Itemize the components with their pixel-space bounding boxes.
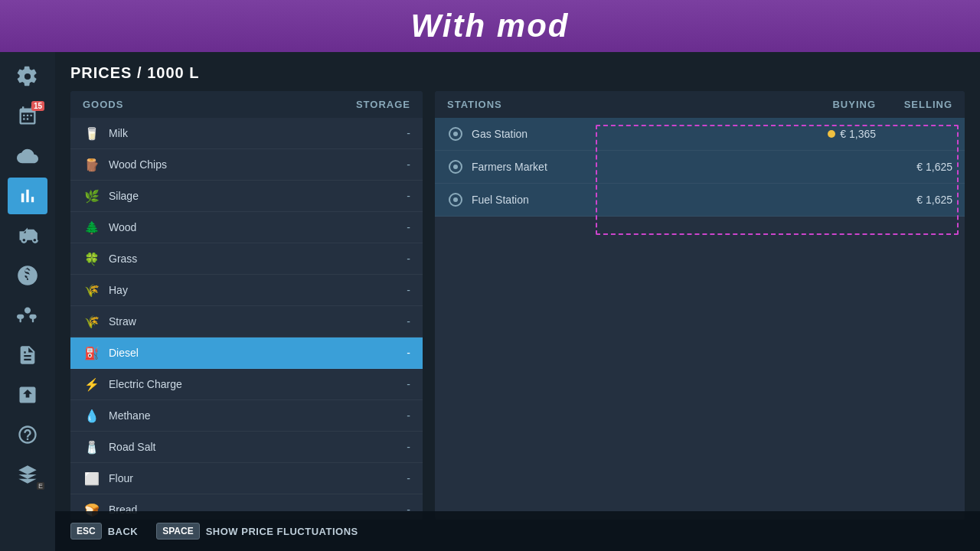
goods-storage: - [407,472,410,484]
goods-row[interactable]: 🍀Grass- [70,243,423,275]
sidebar-item-stats[interactable] [8,178,47,214]
goods-row[interactable]: ⛽Diesel- [70,337,423,369]
goods-panel-header: GOODS STORAGE [70,91,423,118]
goods-row[interactable]: 🪵Wood Chips- [70,149,423,181]
svg-point-5 [453,197,458,202]
goods-row[interactable]: 🌾Hay- [70,275,423,306]
goods-storage: - [407,158,410,171]
goods-storage: - [407,190,410,202]
goods-storage: - [407,253,410,265]
goods-name: Flour [109,472,407,484]
diesel-icon: ⛽ [83,344,101,362]
svg-point-3 [453,165,458,169]
price-indicator-dot [828,130,835,138]
sidebar-item-mods[interactable]: E [8,456,47,493]
goods-row[interactable]: ⬜Flour- [70,463,423,494]
fuel-station-svg-icon [449,193,462,207]
farmers-market-svg-icon [449,160,462,174]
goods-row[interactable]: 🥛Milk- [70,118,423,149]
back-label: BACK [108,526,139,537]
goods-name: Wood Chips [109,158,407,171]
goods-col-header: GOODS [83,99,356,110]
goods-storage: - [407,221,410,233]
goods-row[interactable]: 🌲Wood- [70,212,423,243]
sidebar-item-finances[interactable] [8,257,47,294]
wood-chips-icon: 🪵 [83,155,101,174]
stations-panel: STATIONS BUYING SELLING Gas Station€ 1,3… [435,91,965,520]
goods-name: Diesel [109,347,407,359]
cloud-icon [17,145,38,167]
calendar-badge: 15 [31,101,44,111]
station-name: Gas Station [472,128,769,140]
goods-name: Straw [109,315,407,328]
goods-storage: - [407,409,410,422]
stations-panel-header: STATIONS BUYING SELLING [435,91,965,118]
goods-row[interactable]: ⚡Electric Charge- [70,369,423,400]
fluctuations-label: SHOW PRICE FLUCTUATIONS [206,526,358,537]
grass-icon: 🍀 [83,249,101,268]
mods-icon [17,464,38,485]
goods-row[interactable]: 💧Methane- [70,400,423,432]
esc-key[interactable]: ESC [70,523,102,540]
goods-name: Road Salt [109,441,407,453]
goods-name: Milk [109,127,407,139]
storage-col-header: STORAGE [356,99,410,110]
road-salt-icon: 🧂 [83,438,101,456]
gas-station-icon [447,126,464,142]
gas-station-svg-icon [449,127,462,141]
flour-icon: ⬜ [83,469,101,487]
space-key[interactable]: SPACE [156,523,199,540]
bottom-bar: ESC BACK SPACE SHOW PRICE FLUCTUATIONS [55,511,980,551]
goods-name: Wood [109,221,407,233]
sidebar-item-calendar[interactable]: 15 [8,98,47,135]
sidebar: 15 [0,52,55,551]
top-banner: With mod [0,0,980,52]
buying-value: € 1,365 [840,128,876,140]
goods-row[interactable]: 🌿Silage- [70,181,423,212]
buying-col-header: BUYING [769,99,876,110]
goods-name: Hay [109,284,407,296]
wood-icon: 🌲 [83,218,101,236]
station-name: Farmers Market [472,161,769,173]
goods-name: Grass [109,253,407,265]
goods-list: 🥛Milk-🪵Wood Chips-🌿Silage-🌲Wood-🍀Grass-🌾… [70,118,423,520]
goods-row[interactable]: 🌾Straw- [70,306,423,337]
goods-row[interactable]: 🧂Road Salt- [70,432,423,463]
sidebar-item-settings[interactable] [8,58,47,95]
goods-storage: - [407,378,410,390]
station-row[interactable]: Gas Station€ 1,365 [435,118,965,151]
milk-icon: 🥛 [83,124,101,142]
sidebar-item-weather[interactable] [8,138,47,174]
sidebar-item-contracts[interactable] [8,337,47,373]
station-name: Fuel Station [472,194,769,206]
station-row[interactable]: Farmers Market€ 1,625 [435,151,965,184]
animal-icon [17,305,38,326]
sidebar-item-vehicles[interactable] [8,217,47,254]
gear-icon [17,66,38,87]
sidebar-item-help[interactable] [8,416,47,453]
goods-storage: - [407,347,410,359]
goods-panel: GOODS STORAGE 🥛Milk-🪵Wood Chips-🌿Silage-… [70,91,423,520]
farmers-market-icon [447,158,464,175]
electric-charge-icon: ⚡ [83,375,101,393]
fluctuations-key-group: SPACE SHOW PRICE FLUCTUATIONS [156,523,358,540]
fuel-station-icon [447,191,464,208]
selling-col-header: SELLING [876,99,952,110]
straw-icon: 🌾 [83,312,101,331]
goods-name: Silage [109,190,407,202]
hay-icon: 🌾 [83,281,101,299]
goods-storage: - [407,441,410,453]
stations-list: Gas Station€ 1,365Farmers Market€ 1,625F… [435,118,965,520]
station-row[interactable]: Fuel Station€ 1,625 [435,184,965,217]
station-selling-price: € 1,625 [876,161,952,173]
sidebar-item-production[interactable] [8,377,47,413]
contract-icon [17,344,38,366]
dollar-icon [17,265,38,286]
back-key-group: ESC BACK [70,523,138,540]
goods-storage: - [407,284,410,296]
prices-title: PRICES / 1000 L [70,64,965,82]
production-icon [17,384,38,406]
stations-col-header: STATIONS [447,99,769,110]
sidebar-item-animals[interactable] [8,297,47,334]
station-buying-price: € 1,365 [769,128,876,140]
